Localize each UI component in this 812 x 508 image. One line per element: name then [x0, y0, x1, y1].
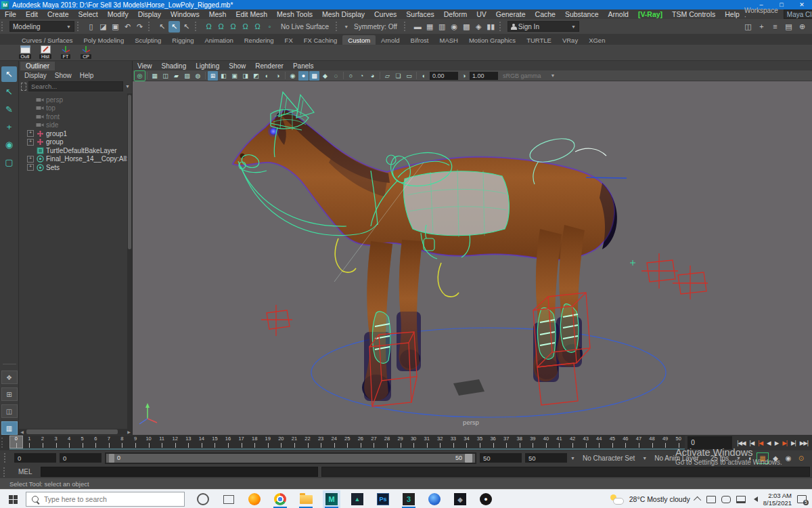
outliner-item-top[interactable]: top — [19, 104, 132, 113]
shelf-tab-arnold[interactable]: Arnold — [376, 35, 405, 45]
field-chart-icon[interactable]: ◩ — [251, 71, 261, 81]
timeline-frame-23[interactable]: 23 — [314, 436, 328, 448]
panel-menu-lighting[interactable]: Lighting — [191, 62, 224, 70]
menu-help[interactable]: Help — [720, 10, 744, 18]
timeline-frame-32[interactable]: 32 — [434, 436, 447, 448]
exposure-field[interactable]: 0.00 — [430, 72, 458, 80]
view-transform-dropdown[interactable]: sRGB gamma▼ — [499, 72, 559, 79]
mudbox-icon[interactable]: ▲ — [348, 490, 366, 508]
shelf-tab-animation[interactable]: Animation — [199, 35, 238, 45]
shelf-tab-fx[interactable]: FX — [279, 35, 298, 45]
select-tool[interactable]: ↖ — [1, 66, 17, 82]
outliner-search-input[interactable] — [28, 81, 123, 91]
chevron-down-icon[interactable]: ▼ — [125, 84, 130, 89]
menu-substance[interactable]: Substance — [560, 10, 604, 18]
ipr-render-icon[interactable]: ▥ — [436, 21, 448, 33]
expand-toggle-icon[interactable]: + — [27, 139, 34, 146]
timeline-frame-7[interactable]: 7 — [102, 436, 116, 448]
step-back-key-button[interactable]: |◀ — [748, 440, 757, 446]
shelf-item-hist[interactable]: Hist — [37, 45, 54, 59]
timeline-ruler[interactable]: 0123456789101112131415161718192021222324… — [9, 436, 685, 450]
shelf-tab-curves-surfaces[interactable]: Curves / Surfaces — [16, 35, 78, 45]
animation-end-field[interactable]: 50 — [525, 453, 567, 463]
cortana-button[interactable] — [194, 490, 212, 508]
timeline-frame-15[interactable]: 15 — [208, 436, 222, 448]
timeline-frame-8[interactable]: 8 — [116, 436, 129, 448]
menu--v-ray-[interactable]: [V-Ray] — [633, 10, 667, 18]
taskbar-clock[interactable]: 2:03 AM8/15/2021 — [763, 492, 792, 507]
shelf-item-cp[interactable]: CP — [77, 45, 95, 59]
light-editor-icon[interactable]: ◈ — [473, 21, 484, 33]
snap-to-grid-icon[interactable]: Ω — [203, 21, 215, 33]
timeline-frame-44[interactable]: 44 — [592, 436, 606, 448]
menu-surfaces[interactable]: Surfaces — [401, 10, 438, 18]
outliner-item-side[interactable]: side — [19, 121, 132, 130]
photoshop-icon[interactable]: Ps — [374, 490, 392, 508]
blue-control-line[interactable] — [586, 177, 627, 178]
workspace-dropdown[interactable]: Maya Classic*▼ — [784, 9, 812, 19]
current-frame-field[interactable]: 0 — [687, 436, 732, 449]
set-key-icon[interactable]: ◆ — [770, 453, 781, 463]
timeline-frame-49[interactable]: 49 — [658, 436, 672, 448]
lasso-select-tool[interactable]: ↖ — [1, 84, 17, 100]
open-scene-icon[interactable]: ◪ — [97, 21, 109, 33]
tablet-mode-icon[interactable] — [706, 496, 716, 503]
timeline-frame-22[interactable]: 22 — [301, 436, 315, 448]
timeline-frame-34[interactable]: 34 — [460, 436, 474, 448]
gate-mask-icon[interactable]: ◨ — [240, 71, 250, 81]
wireframe-icon[interactable]: ◉ — [288, 71, 298, 81]
timeline-frame-9[interactable]: 9 — [129, 436, 142, 448]
expand-toggle-icon[interactable]: + — [27, 130, 34, 137]
motion-blur-icon[interactable]: ◔ — [357, 71, 367, 81]
timeline-frame-4[interactable]: 4 — [62, 436, 76, 448]
file-explorer-icon[interactable] — [297, 490, 315, 508]
shelf-tab-sculpting[interactable]: Sculpting — [129, 35, 166, 45]
timeline-frame-30[interactable]: 30 — [407, 436, 420, 448]
make-live-icon[interactable]: ◦ — [264, 21, 275, 33]
taskbar-search[interactable] — [26, 492, 185, 507]
range-end-handle[interactable] — [465, 454, 472, 463]
select-hierarchy-icon[interactable]: ↖ — [156, 21, 168, 33]
bookmark-icon[interactable]: ▰ — [171, 71, 181, 81]
safe-action-icon[interactable]: ◐ — [262, 71, 272, 81]
shelf-tab-xgen[interactable]: XGen — [583, 35, 610, 45]
playback-start-field[interactable]: 0 — [60, 453, 102, 463]
anti-alias-icon[interactable]: ◕ — [367, 71, 378, 81]
screen-space-ao-icon[interactable]: ○ — [346, 71, 356, 81]
resolution-gate-icon[interactable]: ▣ — [229, 71, 240, 81]
outliner-item-group1[interactable]: +group1 — [19, 129, 132, 138]
camera-icon[interactable]: ▦ — [150, 71, 160, 81]
film-gate-icon[interactable]: ◧ — [219, 71, 229, 81]
exposure-icon[interactable]: ◐ — [419, 71, 429, 81]
timeline-frame-28[interactable]: 28 — [380, 436, 394, 448]
animation-prefs-runner-icon[interactable]: ⊙ — [796, 453, 807, 463]
camera-attrs-icon[interactable]: ◫ — [160, 71, 171, 81]
four-pane-layout-button[interactable]: ⊞ — [1, 387, 18, 401]
single-pane-layout-button[interactable]: ❖ — [1, 371, 18, 384]
image-plane-icon[interactable]: ▨ — [182, 71, 192, 81]
timeline-frame-13[interactable]: 13 — [182, 436, 196, 448]
shelf-tab-rendering[interactable]: Rendering — [239, 35, 279, 45]
show-hidden-icons-chevron[interactable] — [694, 496, 701, 504]
gamma-field[interactable]: 1.00 — [470, 72, 498, 80]
redo-icon[interactable]: ↷ — [134, 21, 145, 33]
step-forward-frame-button[interactable]: ▶| — [780, 440, 789, 446]
modeling-toolkit-icon[interactable]: ◫ — [742, 21, 754, 33]
lights-icon[interactable]: ◆ — [320, 71, 330, 81]
timeline-frame-14[interactable]: 14 — [195, 436, 208, 448]
hypershade-icon[interactable]: ▩ — [461, 21, 472, 33]
timeslider-grip[interactable] — [1, 438, 8, 448]
timeline-frame-38[interactable]: 38 — [513, 436, 526, 448]
outliner-horizontal-scrollbar[interactable]: ◀ ▶ — [19, 429, 132, 435]
chevron-down-icon[interactable]: ▼ — [736, 456, 741, 461]
outliner-item-final-horse-14-copy-allset[interactable]: +Final_Horse_14__Copy:AllSet — [19, 155, 132, 164]
timeline-frame-35[interactable]: 35 — [473, 436, 487, 448]
gamma-icon[interactable]: ◑ — [459, 71, 469, 81]
render-settings-icon[interactable]: ◉ — [449, 21, 460, 33]
timeline-frame-12[interactable]: 12 — [168, 436, 182, 448]
timeline-frame-21[interactable]: 21 — [288, 436, 301, 448]
chevron-down-icon[interactable]: ▼ — [344, 24, 348, 29]
outliner-menu-help[interactable]: Help — [76, 72, 98, 79]
rotate-tool[interactable]: ◉ — [1, 137, 17, 152]
step-forward-key-button[interactable]: ▶| — [789, 440, 798, 446]
